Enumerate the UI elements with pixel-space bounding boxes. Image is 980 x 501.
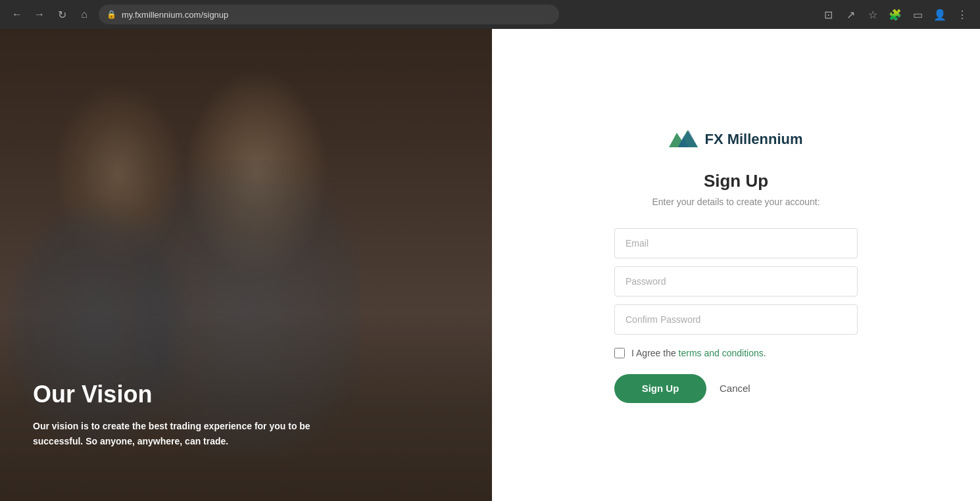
browser-chrome: ← → ↻ ⌂ 🔒 my.fxmillennium.com/signup ⊡ ↗…: [0, 0, 980, 29]
lock-icon: 🔒: [107, 10, 116, 19]
terms-prefix: I Agree the: [631, 348, 679, 358]
address-bar[interactable]: 🔒 my.fxmillennium.com/signup: [99, 5, 559, 24]
left-panel: Our Vision Our vision is to create the b…: [0, 29, 492, 501]
browser-actions: ⊡ ↗ ☆ 🧩 ▭ 👤 ⋮: [818, 5, 972, 24]
url-text: my.fxmillennium.com/signup: [122, 10, 228, 20]
terms-link[interactable]: terms and conditions: [679, 348, 764, 358]
logo-container: FX Millennium: [669, 128, 802, 151]
vision-title: Our Vision: [33, 381, 349, 408]
share-icon[interactable]: ↗: [841, 5, 860, 24]
profile-icon[interactable]: 👤: [930, 5, 950, 24]
logo-millennium: Millennium: [727, 131, 803, 147]
cancel-button[interactable]: Cancel: [720, 383, 750, 394]
menu-icon[interactable]: ⋮: [952, 5, 972, 24]
vision-description: Our vision is to create the best trading…: [33, 419, 349, 448]
email-field[interactable]: [614, 228, 858, 258]
left-panel-text: Our Vision Our vision is to create the b…: [33, 381, 349, 448]
signup-button[interactable]: Sign Up: [614, 374, 706, 403]
button-row: Sign Up Cancel: [614, 374, 858, 403]
terms-suffix: .: [764, 348, 766, 358]
bookmark-icon[interactable]: ☆: [863, 5, 883, 24]
extensions-icon[interactable]: 🧩: [885, 5, 905, 24]
right-panel: FX Millennium Sign Up Enter your details…: [492, 29, 980, 501]
logo-fx: FX: [704, 131, 727, 147]
reload-button[interactable]: ↻: [53, 5, 71, 24]
logo-icon: [669, 128, 698, 151]
back-button[interactable]: ←: [8, 5, 26, 24]
terms-row: I Agree the terms and conditions.: [614, 348, 858, 358]
form-subtitle: Enter your details to create your accoun…: [652, 197, 820, 207]
forward-button[interactable]: →: [30, 5, 49, 24]
nav-buttons: ← → ↻ ⌂: [8, 5, 93, 24]
terms-label: I Agree the terms and conditions.: [631, 348, 766, 358]
password-field[interactable]: [614, 266, 858, 297]
signup-form: I Agree the terms and conditions. Sign U…: [614, 228, 858, 403]
cast-icon[interactable]: ⊡: [818, 5, 838, 24]
tab-icon[interactable]: ▭: [908, 5, 927, 24]
form-title: Sign Up: [704, 171, 768, 191]
terms-checkbox[interactable]: [614, 348, 625, 358]
logo-text: FX Millennium: [704, 131, 802, 148]
main-content: Our Vision Our vision is to create the b…: [0, 29, 980, 501]
home-button[interactable]: ⌂: [75, 5, 93, 24]
confirm-password-field[interactable]: [614, 304, 858, 335]
